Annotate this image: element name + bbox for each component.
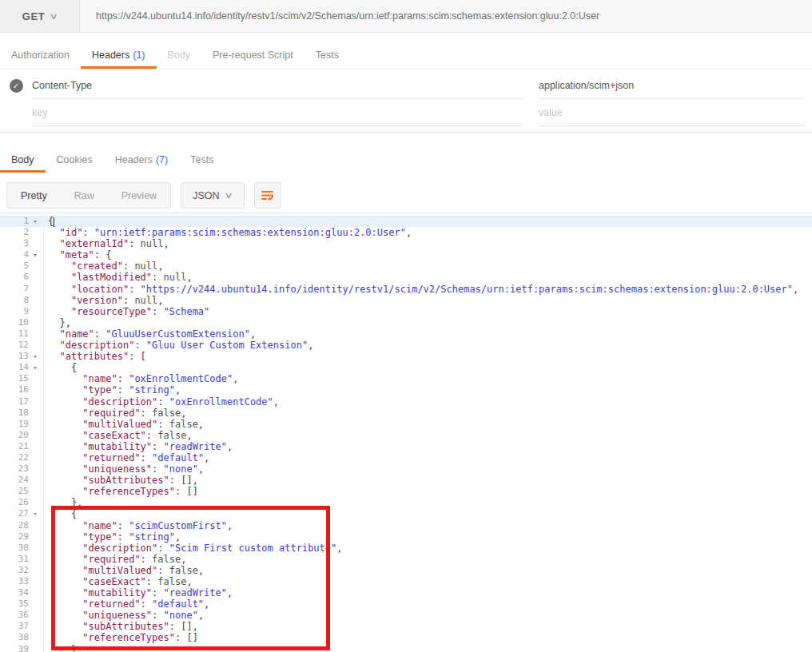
code-text: "caseExact": false, [44, 430, 193, 441]
tab-response-headers[interactable]: Headers(7) [104, 149, 180, 173]
header-key-input-empty[interactable] [32, 107, 523, 118]
code-line: 38 "referenceTypes": [] [0, 632, 812, 643]
line-number: 5 [0, 260, 29, 272]
wrap-text-button[interactable] [254, 182, 281, 209]
fold-arrow-icon[interactable]: ▾ [29, 249, 42, 260]
header-key-input[interactable] [32, 80, 523, 91]
tab-label: Cookies [57, 154, 93, 165]
code-line: 22 "returned": "default", [0, 452, 812, 463]
view-button-raw[interactable]: Raw [61, 183, 108, 208]
code-line: 9 "resourceType": "Schema" [0, 306, 812, 317]
gutter: 4▾ [0, 249, 44, 260]
line-number: 11 [0, 328, 29, 340]
gutter: 29 [0, 531, 44, 543]
code-editor[interactable]: 1▾{2 "id": "urn:ietf:params:scim:schemas… [0, 213, 812, 652]
fold-spacer [29, 475, 42, 486]
check-icon[interactable]: ✓ [10, 79, 23, 93]
fold-spacer [29, 576, 42, 587]
fold-spacer [29, 272, 42, 283]
gutter: 2 [0, 227, 44, 238]
code-text: "name": "scimCustomFirst", [44, 520, 233, 531]
fold-spacer [29, 644, 42, 652]
tab-request-headers[interactable]: Headers(1) [81, 43, 157, 69]
code-text: "referenceTypes": [] [44, 632, 198, 643]
gutter: 30 [0, 543, 44, 554]
gutter: 13▾ [0, 351, 44, 362]
method-selector[interactable]: GET ∨ [0, 0, 80, 32]
header-value-input[interactable] [539, 80, 806, 91]
code-text: "attributes": [ [44, 351, 146, 362]
headers-editor: ✓ ✓ [0, 72, 812, 126]
code-line: 18 "required": false, [0, 408, 812, 419]
tab-request-pre-request-script[interactable]: Pre-request Script [201, 43, 304, 69]
line-number: 12 [0, 340, 29, 351]
code-line: 28 "name": "scimCustomFirst", [0, 520, 812, 531]
fold-arrow-icon[interactable]: ▾ [29, 216, 42, 227]
tab-label: Body [168, 50, 191, 61]
line-number: 30 [0, 543, 29, 554]
code-line: 10 }, [0, 317, 812, 328]
method-label: GET [22, 10, 45, 22]
gutter: 5 [0, 260, 44, 272]
code-line: 24 "subAttributes": [], [0, 475, 812, 486]
line-number: 17 [0, 396, 29, 408]
line-number: 31 [0, 554, 29, 565]
fold-spacer [29, 396, 42, 408]
code-line: 3 "externalId": null, [0, 238, 812, 249]
fold-arrow-icon[interactable]: ▾ [29, 351, 42, 362]
code-text: "mutability": "readWrite", [44, 587, 233, 598]
code-line: 16 "type": "string", [0, 384, 812, 396]
tab-label: Headers [92, 50, 129, 61]
fold-spacer [29, 587, 42, 598]
tab-count-badge: (1) [133, 50, 145, 61]
code-text: "subAttributes": [], [44, 475, 198, 486]
gutter: 23 [0, 463, 44, 475]
gutter: 39 [0, 644, 44, 652]
line-number: 4 [0, 249, 29, 260]
view-button-pretty[interactable]: Pretty [7, 183, 61, 208]
gutter: 33 [0, 576, 44, 587]
request-tabs: AuthorizationHeaders(1)BodyPre-request S… [0, 43, 812, 70]
chevron-down-icon: ∨ [225, 190, 233, 201]
fold-arrow-icon[interactable]: ▾ [29, 362, 42, 373]
code-text: "required": false, [44, 408, 186, 419]
tab-response-cookies[interactable]: Cookies [46, 149, 104, 173]
line-number: 37 [0, 621, 29, 632]
code-text: "name": "oxEnrollmentCode", [44, 373, 238, 384]
fold-spacer [29, 565, 42, 576]
line-number: 21 [0, 441, 29, 452]
gutter: 20 [0, 430, 44, 441]
gutter: 27▾ [0, 508, 44, 519]
tab-response-body[interactable]: Body [0, 149, 46, 173]
gutter: 16 [0, 384, 44, 396]
gutter: 17 [0, 396, 44, 408]
tab-request-authorization[interactable]: Authorization [0, 43, 81, 69]
line-number: 25 [0, 486, 29, 497]
gutter: 32 [0, 565, 44, 576]
fold-spacer [29, 441, 42, 452]
code-line: 5 "created": null, [0, 260, 812, 272]
code-text: "returned": "default", [44, 598, 209, 610]
code-text: "caseExact": false, [44, 576, 193, 587]
code-text: "type": "string", [44, 384, 181, 396]
header-value-input-empty[interactable] [539, 107, 806, 118]
code-text: "multiValued": false, [44, 419, 204, 430]
code-text: "description": "Gluu User Custom Extensi… [44, 340, 313, 351]
fold-spacer [29, 621, 42, 632]
language-select[interactable]: JSON ∨ [181, 182, 244, 209]
fold-arrow-icon[interactable]: ▾ [29, 508, 42, 519]
tab-request-tests[interactable]: Tests [304, 43, 350, 69]
code-text: "type": "string", [44, 531, 181, 543]
fold-spacer [29, 408, 42, 419]
tab-request-body[interactable]: Body [157, 43, 202, 69]
code-line: 29 "type": "string", [0, 531, 812, 543]
line-number: 2 [0, 227, 29, 238]
line-number: 15 [0, 373, 29, 384]
view-button-preview[interactable]: Preview [108, 183, 170, 208]
url-input[interactable] [80, 0, 812, 32]
view-toggle-group: PrettyRawPreview [6, 182, 171, 209]
fold-spacer [29, 632, 42, 643]
code-text: "externalId": null, [44, 238, 169, 249]
tab-response-tests[interactable]: Tests [179, 149, 225, 173]
fold-spacer [29, 384, 42, 396]
